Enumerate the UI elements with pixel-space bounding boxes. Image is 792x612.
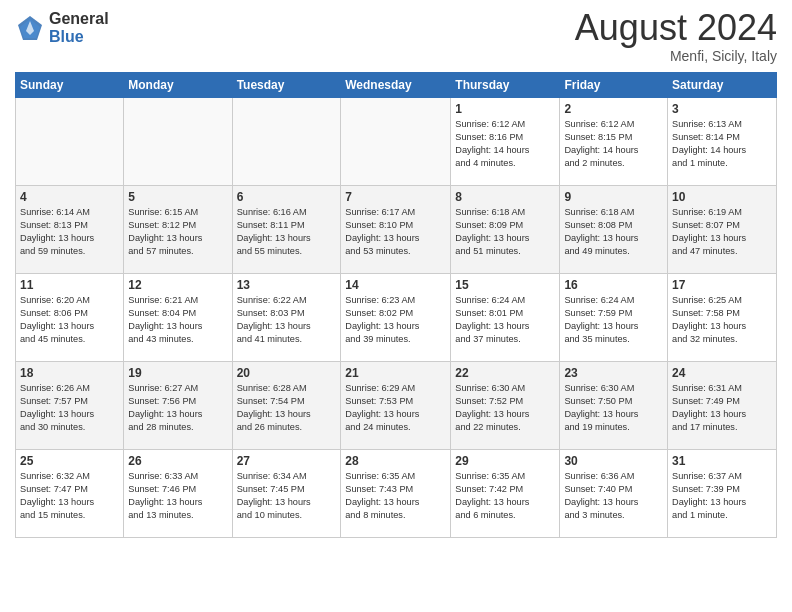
logo-icon bbox=[15, 13, 45, 43]
calendar-week-row: 25Sunrise: 6:32 AM Sunset: 7:47 PM Dayli… bbox=[16, 450, 777, 538]
day-info: Sunrise: 6:24 AM Sunset: 8:01 PM Dayligh… bbox=[455, 294, 555, 346]
day-info: Sunrise: 6:36 AM Sunset: 7:40 PM Dayligh… bbox=[564, 470, 663, 522]
table-row: 4Sunrise: 6:14 AM Sunset: 8:13 PM Daylig… bbox=[16, 186, 124, 274]
day-info: Sunrise: 6:13 AM Sunset: 8:14 PM Dayligh… bbox=[672, 118, 772, 170]
day-number: 24 bbox=[672, 366, 772, 380]
table-row: 15Sunrise: 6:24 AM Sunset: 8:01 PM Dayli… bbox=[451, 274, 560, 362]
day-number: 20 bbox=[237, 366, 337, 380]
day-number: 17 bbox=[672, 278, 772, 292]
day-number: 4 bbox=[20, 190, 119, 204]
day-info: Sunrise: 6:20 AM Sunset: 8:06 PM Dayligh… bbox=[20, 294, 119, 346]
day-info: Sunrise: 6:17 AM Sunset: 8:10 PM Dayligh… bbox=[345, 206, 446, 258]
day-number: 31 bbox=[672, 454, 772, 468]
table-row: 1Sunrise: 6:12 AM Sunset: 8:16 PM Daylig… bbox=[451, 98, 560, 186]
header-wednesday: Wednesday bbox=[341, 73, 451, 98]
table-row: 7Sunrise: 6:17 AM Sunset: 8:10 PM Daylig… bbox=[341, 186, 451, 274]
day-info: Sunrise: 6:30 AM Sunset: 7:50 PM Dayligh… bbox=[564, 382, 663, 434]
table-row: 26Sunrise: 6:33 AM Sunset: 7:46 PM Dayli… bbox=[124, 450, 232, 538]
day-number: 18 bbox=[20, 366, 119, 380]
header-friday: Friday bbox=[560, 73, 668, 98]
logo: General Blue bbox=[15, 10, 109, 45]
day-info: Sunrise: 6:12 AM Sunset: 8:15 PM Dayligh… bbox=[564, 118, 663, 170]
title-block: August 2024 Menfi, Sicily, Italy bbox=[575, 10, 777, 64]
month-title: August 2024 bbox=[575, 10, 777, 46]
day-info: Sunrise: 6:18 AM Sunset: 8:09 PM Dayligh… bbox=[455, 206, 555, 258]
table-row: 20Sunrise: 6:28 AM Sunset: 7:54 PM Dayli… bbox=[232, 362, 341, 450]
day-info: Sunrise: 6:24 AM Sunset: 7:59 PM Dayligh… bbox=[564, 294, 663, 346]
day-number: 29 bbox=[455, 454, 555, 468]
table-row: 17Sunrise: 6:25 AM Sunset: 7:58 PM Dayli… bbox=[668, 274, 777, 362]
day-number: 10 bbox=[672, 190, 772, 204]
day-info: Sunrise: 6:22 AM Sunset: 8:03 PM Dayligh… bbox=[237, 294, 337, 346]
calendar-header-row: Sunday Monday Tuesday Wednesday Thursday… bbox=[16, 73, 777, 98]
day-info: Sunrise: 6:37 AM Sunset: 7:39 PM Dayligh… bbox=[672, 470, 772, 522]
day-info: Sunrise: 6:30 AM Sunset: 7:52 PM Dayligh… bbox=[455, 382, 555, 434]
day-number: 2 bbox=[564, 102, 663, 116]
header-tuesday: Tuesday bbox=[232, 73, 341, 98]
day-number: 21 bbox=[345, 366, 446, 380]
day-number: 15 bbox=[455, 278, 555, 292]
day-info: Sunrise: 6:28 AM Sunset: 7:54 PM Dayligh… bbox=[237, 382, 337, 434]
day-number: 3 bbox=[672, 102, 772, 116]
table-row: 18Sunrise: 6:26 AM Sunset: 7:57 PM Dayli… bbox=[16, 362, 124, 450]
table-row bbox=[124, 98, 232, 186]
table-row: 30Sunrise: 6:36 AM Sunset: 7:40 PM Dayli… bbox=[560, 450, 668, 538]
table-row: 31Sunrise: 6:37 AM Sunset: 7:39 PM Dayli… bbox=[668, 450, 777, 538]
table-row: 13Sunrise: 6:22 AM Sunset: 8:03 PM Dayli… bbox=[232, 274, 341, 362]
table-row: 27Sunrise: 6:34 AM Sunset: 7:45 PM Dayli… bbox=[232, 450, 341, 538]
day-number: 13 bbox=[237, 278, 337, 292]
table-row bbox=[341, 98, 451, 186]
day-number: 22 bbox=[455, 366, 555, 380]
table-row: 3Sunrise: 6:13 AM Sunset: 8:14 PM Daylig… bbox=[668, 98, 777, 186]
day-number: 28 bbox=[345, 454, 446, 468]
table-row: 23Sunrise: 6:30 AM Sunset: 7:50 PM Dayli… bbox=[560, 362, 668, 450]
day-number: 12 bbox=[128, 278, 227, 292]
table-row: 22Sunrise: 6:30 AM Sunset: 7:52 PM Dayli… bbox=[451, 362, 560, 450]
day-number: 1 bbox=[455, 102, 555, 116]
day-number: 23 bbox=[564, 366, 663, 380]
day-info: Sunrise: 6:25 AM Sunset: 7:58 PM Dayligh… bbox=[672, 294, 772, 346]
table-row: 10Sunrise: 6:19 AM Sunset: 8:07 PM Dayli… bbox=[668, 186, 777, 274]
page-header: General Blue August 2024 Menfi, Sicily, … bbox=[15, 10, 777, 64]
logo-text: General Blue bbox=[49, 10, 109, 45]
day-number: 16 bbox=[564, 278, 663, 292]
location: Menfi, Sicily, Italy bbox=[575, 48, 777, 64]
day-info: Sunrise: 6:12 AM Sunset: 8:16 PM Dayligh… bbox=[455, 118, 555, 170]
table-row: 29Sunrise: 6:35 AM Sunset: 7:42 PM Dayli… bbox=[451, 450, 560, 538]
day-info: Sunrise: 6:32 AM Sunset: 7:47 PM Dayligh… bbox=[20, 470, 119, 522]
day-info: Sunrise: 6:15 AM Sunset: 8:12 PM Dayligh… bbox=[128, 206, 227, 258]
table-row: 11Sunrise: 6:20 AM Sunset: 8:06 PM Dayli… bbox=[16, 274, 124, 362]
logo-blue: Blue bbox=[49, 28, 109, 46]
day-info: Sunrise: 6:21 AM Sunset: 8:04 PM Dayligh… bbox=[128, 294, 227, 346]
calendar-week-row: 11Sunrise: 6:20 AM Sunset: 8:06 PM Dayli… bbox=[16, 274, 777, 362]
day-number: 11 bbox=[20, 278, 119, 292]
table-row bbox=[16, 98, 124, 186]
day-info: Sunrise: 6:26 AM Sunset: 7:57 PM Dayligh… bbox=[20, 382, 119, 434]
table-row: 16Sunrise: 6:24 AM Sunset: 7:59 PM Dayli… bbox=[560, 274, 668, 362]
table-row: 2Sunrise: 6:12 AM Sunset: 8:15 PM Daylig… bbox=[560, 98, 668, 186]
table-row: 5Sunrise: 6:15 AM Sunset: 8:12 PM Daylig… bbox=[124, 186, 232, 274]
table-row: 8Sunrise: 6:18 AM Sunset: 8:09 PM Daylig… bbox=[451, 186, 560, 274]
calendar-week-row: 18Sunrise: 6:26 AM Sunset: 7:57 PM Dayli… bbox=[16, 362, 777, 450]
calendar: Sunday Monday Tuesday Wednesday Thursday… bbox=[15, 72, 777, 538]
day-info: Sunrise: 6:18 AM Sunset: 8:08 PM Dayligh… bbox=[564, 206, 663, 258]
day-info: Sunrise: 6:27 AM Sunset: 7:56 PM Dayligh… bbox=[128, 382, 227, 434]
day-number: 5 bbox=[128, 190, 227, 204]
day-number: 30 bbox=[564, 454, 663, 468]
header-saturday: Saturday bbox=[668, 73, 777, 98]
logo-general: General bbox=[49, 10, 109, 28]
header-thursday: Thursday bbox=[451, 73, 560, 98]
table-row bbox=[232, 98, 341, 186]
day-info: Sunrise: 6:35 AM Sunset: 7:43 PM Dayligh… bbox=[345, 470, 446, 522]
day-info: Sunrise: 6:19 AM Sunset: 8:07 PM Dayligh… bbox=[672, 206, 772, 258]
day-info: Sunrise: 6:35 AM Sunset: 7:42 PM Dayligh… bbox=[455, 470, 555, 522]
day-number: 8 bbox=[455, 190, 555, 204]
day-number: 19 bbox=[128, 366, 227, 380]
table-row: 19Sunrise: 6:27 AM Sunset: 7:56 PM Dayli… bbox=[124, 362, 232, 450]
header-sunday: Sunday bbox=[16, 73, 124, 98]
day-number: 9 bbox=[564, 190, 663, 204]
table-row: 14Sunrise: 6:23 AM Sunset: 8:02 PM Dayli… bbox=[341, 274, 451, 362]
day-info: Sunrise: 6:31 AM Sunset: 7:49 PM Dayligh… bbox=[672, 382, 772, 434]
day-number: 26 bbox=[128, 454, 227, 468]
table-row: 25Sunrise: 6:32 AM Sunset: 7:47 PM Dayli… bbox=[16, 450, 124, 538]
